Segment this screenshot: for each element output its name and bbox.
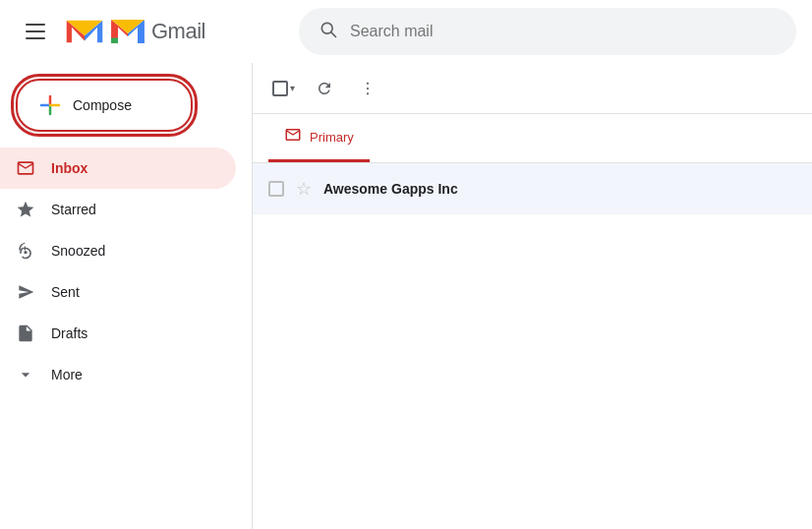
header-left: Gmail — [16, 12, 271, 51]
gmail-logo: Gmail — [65, 17, 205, 46]
compose-plus-icon — [39, 94, 61, 116]
hamburger-line — [26, 30, 45, 32]
svg-line-6 — [331, 31, 336, 36]
starred-label: Starred — [51, 202, 96, 217]
hamburger-line — [26, 24, 45, 26]
search-bar[interactable] — [299, 8, 796, 55]
sidebar-item-snoozed[interactable]: Snoozed — [0, 230, 236, 271]
snoozed-icon — [16, 241, 35, 261]
sent-label: Sent — [51, 284, 80, 300]
email-row[interactable]: ☆ Awesome Gapps Inc — [253, 163, 812, 214]
chevron-down-icon — [16, 365, 35, 384]
sidebar-item-starred[interactable]: Starred — [0, 189, 236, 230]
compose-btn-wrapper: Compose — [0, 71, 252, 147]
main-content: ▾ — [252, 63, 812, 529]
sidebar-item-drafts[interactable]: Drafts — [0, 313, 236, 354]
select-all-button[interactable]: ▾ — [268, 77, 299, 100]
refresh-icon — [316, 80, 333, 97]
more-options-button[interactable] — [350, 71, 385, 106]
search-bar-inner — [299, 8, 796, 55]
tab-primary[interactable]: Primary — [268, 114, 370, 162]
more-label: More — [51, 367, 83, 382]
primary-tab-icon — [284, 126, 302, 147]
sent-icon — [16, 282, 35, 302]
compose-button[interactable]: Compose — [16, 79, 193, 132]
sidebar-item-more[interactable]: More — [0, 354, 236, 395]
sidebar-item-inbox[interactable]: Inbox — [0, 147, 236, 189]
inbox-label: Inbox — [51, 160, 87, 176]
sidebar-item-sent[interactable]: Sent — [0, 271, 236, 313]
svg-point-11 — [24, 251, 27, 254]
toolbar: ▾ — [253, 63, 812, 114]
body-area: Compose Inbox Starred — [0, 63, 812, 529]
tabs-row: Primary — [253, 114, 812, 163]
primary-tab-label: Primary — [310, 130, 354, 145]
email-checkbox[interactable] — [268, 181, 284, 197]
email-star-icon[interactable]: ☆ — [296, 178, 312, 200]
select-checkbox — [272, 81, 288, 96]
star-icon — [16, 200, 35, 219]
inbox-icon — [16, 158, 35, 178]
gmail-logo-icon — [108, 17, 147, 46]
drafts-label: Drafts — [51, 325, 87, 341]
select-chevron-icon: ▾ — [290, 83, 295, 93]
compose-label: Compose — [73, 97, 132, 113]
refresh-button[interactable] — [307, 71, 342, 106]
snoozed-label: Snoozed — [51, 243, 105, 259]
svg-point-12 — [367, 82, 369, 84]
email-sender: Awesome Gapps Inc — [323, 181, 500, 197]
hamburger-line — [26, 37, 45, 39]
menu-button[interactable] — [16, 12, 55, 51]
gmail-m-icon — [65, 17, 104, 46]
email-list: ☆ Awesome Gapps Inc — [253, 163, 812, 529]
svg-rect-3 — [111, 38, 118, 43]
header: Gmail — [0, 0, 812, 63]
search-input[interactable] — [350, 23, 777, 40]
drafts-icon — [16, 323, 35, 343]
svg-point-14 — [367, 92, 369, 94]
app-title: Gmail — [151, 19, 205, 44]
svg-point-13 — [367, 87, 369, 88]
svg-rect-4 — [138, 38, 145, 43]
more-dots-icon — [359, 80, 377, 97]
search-icon — [319, 20, 338, 44]
sidebar: Compose Inbox Starred — [0, 63, 252, 529]
